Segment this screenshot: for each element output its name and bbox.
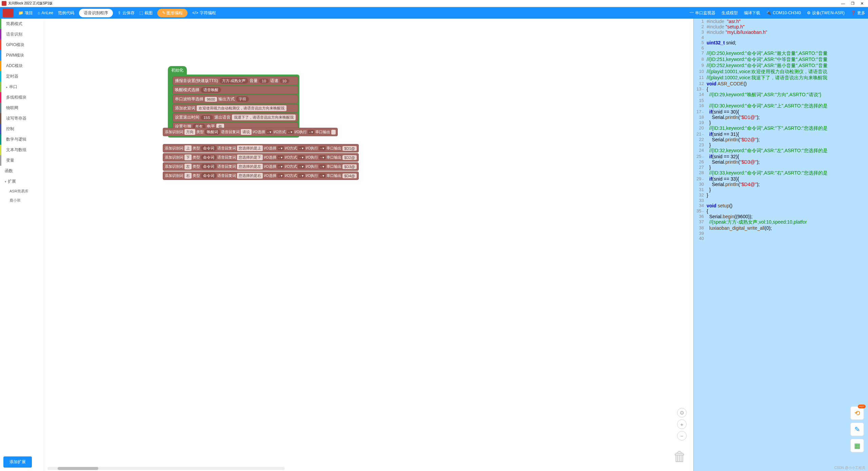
code-line-24[interactable]: 24 //{ID:32,keyword:"命令词",ASR:"左",ASRTO:… bbox=[694, 148, 868, 154]
code-line-32[interactable]: 32} bbox=[694, 192, 868, 198]
code-line-14[interactable]: 14 //{ID:29,keyword:"唤醒词",ASR:"方向",ASRTO… bbox=[694, 92, 868, 98]
sidebar-item-4[interactable]: ADC模块 bbox=[0, 61, 44, 71]
code-line-33[interactable]: 33 bbox=[694, 198, 868, 203]
init-hat[interactable]: 初始化 bbox=[168, 66, 187, 75]
project-menu[interactable]: 📁 项目 bbox=[18, 10, 33, 16]
sidebar-item-1[interactable]: 语音识别 bbox=[0, 29, 44, 40]
sidebar-item-14[interactable]: 函数 bbox=[0, 166, 44, 176]
voice-dropdown[interactable]: 方方-成熟女声 bbox=[219, 78, 249, 84]
trash-icon[interactable]: 🗑 bbox=[673, 449, 687, 464]
code-line-4[interactable]: 4 bbox=[694, 35, 868, 40]
sidebar-sub-1[interactable]: 鹿小班 bbox=[0, 196, 44, 205]
exit-time-dropdown[interactable]: 15S bbox=[201, 115, 213, 120]
code-line-8[interactable]: 8//{ID:251,keyword:"命令词",ASR:"中等音量",ASRT… bbox=[694, 57, 868, 63]
code-line-23[interactable]: 23 } bbox=[694, 142, 868, 148]
code-line-5[interactable]: 5uint32_t snid; bbox=[694, 40, 868, 45]
program-tab[interactable]: 语音识别程序 bbox=[79, 9, 113, 17]
recognition-row-0[interactable]: 添加识别词上类型命令词语音回复词您选择的是上I/O选择- ▾I/O方式- ▾I/… bbox=[163, 144, 359, 152]
block-canvas[interactable]: 初始化 播报音设置(快速版TTS) 方方-成熟女声 音量10 语速10 唤醒模式… bbox=[44, 19, 693, 471]
code-line-6[interactable]: 6 bbox=[694, 45, 868, 50]
baud-block[interactable]: 串口波特率选择 9600 输出方式 字符 bbox=[173, 95, 298, 103]
code-line-27[interactable]: 27 } bbox=[694, 165, 868, 170]
screenshot-button[interactable]: ⬚ 截图 bbox=[139, 10, 153, 16]
sidebar-item-12[interactable]: 文本与数组 bbox=[0, 145, 44, 155]
code-line-19[interactable]: 19 } bbox=[694, 120, 868, 125]
recognition-wake-block[interactable]: 添加识别词方向 类型唤醒词 语音回复词请说 I/O选择- ▾ I/O方式- ▾ … bbox=[163, 127, 338, 137]
sidebar-item-3[interactable]: PWM模块 bbox=[0, 50, 44, 61]
sidebar-item-2[interactable]: GPIO模块 bbox=[0, 40, 44, 50]
generate-model-button[interactable]: 生成模型 bbox=[722, 10, 738, 16]
speed-field[interactable]: 10 bbox=[280, 79, 289, 83]
recognition-row-2[interactable]: 添加识别词左类型命令词语音回复词您选择的是左I/O选择- ▾I/O方式- ▾I/… bbox=[163, 162, 359, 171]
code-line-35[interactable]: 35{ bbox=[694, 208, 868, 214]
char-programming-tab[interactable]: </> 字符编程 bbox=[192, 10, 216, 16]
user-menu[interactable]: ⌂ AnLee bbox=[38, 11, 53, 15]
code-line-1[interactable]: 1#include "asr.h" bbox=[694, 19, 868, 24]
compile-download-button[interactable]: 编译下载 bbox=[744, 10, 760, 16]
code-line-37[interactable]: 37 //{speak:方方-成熟女声,vol:10,speed:10,plat… bbox=[694, 219, 868, 225]
code-line-29[interactable]: 29 if(snid == 33){ bbox=[694, 176, 868, 182]
cloud-save-button[interactable]: ⇪ 云保存 bbox=[118, 10, 135, 16]
code-line-34[interactable]: 34void setup() bbox=[694, 203, 868, 208]
code-line-12[interactable]: 12void ASR_CODE() bbox=[694, 81, 868, 86]
code-line-36[interactable]: 36 Serial.begin((9600)); bbox=[694, 214, 868, 219]
code-line-31[interactable]: 31 } bbox=[694, 187, 868, 192]
exit-voice-field[interactable]: 我退下了，请语音说出方向来唤醒我 bbox=[232, 115, 296, 120]
code-line-21[interactable]: 21 if(snid == 31){ bbox=[694, 131, 868, 137]
sidebar-item-6[interactable]: 串口 bbox=[0, 82, 44, 92]
sidebar-item-8[interactable]: 物联网 bbox=[0, 103, 44, 113]
more-menu[interactable]: ❓ 更多 bbox=[851, 10, 865, 16]
edit-button[interactable]: ✎ bbox=[850, 423, 864, 436]
add-extension-button[interactable]: 添加扩展 bbox=[3, 456, 32, 468]
code-line-28[interactable]: 28 //{ID:33,keyword:"命令词",ASR:"右",ASRTO:… bbox=[694, 170, 868, 176]
code-line-2[interactable]: 2#include "setup.h" bbox=[694, 24, 868, 29]
sidebar-sub-0[interactable]: ASR简易库 bbox=[0, 187, 44, 196]
maximize-button[interactable]: ❐ bbox=[851, 1, 854, 6]
code-line-38[interactable]: 38 luxiaoban_digital_write_all(0); bbox=[694, 225, 868, 231]
welcome-block[interactable]: 添加欢迎词 欢迎使用视力自动检测仪，请语音说出方向来唤醒我 bbox=[173, 104, 298, 112]
wake-mode-block[interactable]: 唤醒模式选择 语音唤醒 bbox=[173, 86, 298, 94]
sidebar-item-5[interactable]: 定时器 bbox=[0, 71, 44, 82]
code-line-11[interactable]: 11//{playid:10002,voice:我退下了，请语音说出方向来唤醒我 bbox=[694, 75, 868, 81]
wake-mode-dropdown[interactable]: 语音唤醒 bbox=[201, 87, 221, 93]
serial-monitor-button[interactable]: 〰 串口监视器 bbox=[690, 10, 715, 16]
code-line-39[interactable]: 39 bbox=[694, 231, 868, 236]
welcome-text-field[interactable]: 欢迎使用视力自动检测仪，请语音说出方向来唤醒我 bbox=[197, 105, 287, 111]
code-line-26[interactable]: 26 Serial.println("$D3@"); bbox=[694, 159, 868, 165]
code-line-15[interactable]: 15 bbox=[694, 98, 868, 103]
recognition-row-1[interactable]: 添加识别词下类型命令词语音回复词您选择的是下I/O选择- ▾I/O方式- ▾I/… bbox=[163, 153, 359, 162]
sample-code-button[interactable]: 范例代码 bbox=[58, 10, 74, 16]
tts-setting-block[interactable]: 播报音设置(快速版TTS) 方方-成熟女声 音量10 语速10 bbox=[173, 77, 298, 85]
sidebar-item-7[interactable]: 多线程模块 bbox=[0, 92, 44, 103]
code-line-18[interactable]: 18 Serial.println("$D1@"); bbox=[694, 115, 868, 120]
sidebar-item-15[interactable]: 扩展 bbox=[0, 176, 44, 187]
code-line-7[interactable]: 7//{ID:250,keyword:"命令词",ASR:"最大音量",ASRT… bbox=[694, 50, 868, 57]
code-line-17[interactable]: 17 if(snid == 30){ bbox=[694, 109, 868, 115]
code-line-20[interactable]: 20 //{ID:31,keyword:"命令词",ASR:"下",ASRTO:… bbox=[694, 125, 868, 131]
sidebar-item-0[interactable]: 简易模式 bbox=[0, 19, 44, 29]
zoom-in-button[interactable]: + bbox=[677, 419, 687, 429]
code-line-16[interactable]: 16 //{ID:30,keyword:"命令词",ASR:"上",ASRTO:… bbox=[694, 103, 868, 109]
code-line-3[interactable]: 3#include "myLib/luxiaoban.h" bbox=[694, 29, 868, 35]
port-selector[interactable]: 🔌 COM10-CH340 bbox=[766, 11, 801, 15]
code-line-30[interactable]: 30 Serial.println("$D4@"); bbox=[694, 182, 868, 187]
code-line-10[interactable]: 10//{playid:10001,voice:欢迎使用视力自动检测仪，请语音说 bbox=[694, 69, 868, 75]
sidebar-item-10[interactable]: 控制 bbox=[0, 124, 44, 134]
graphic-programming-tab[interactable]: ✎ 图形编程 bbox=[157, 9, 188, 17]
code-line-13[interactable]: 13{ bbox=[694, 86, 868, 92]
canvas-scrollbar[interactable] bbox=[47, 467, 285, 470]
baud-field[interactable]: 9600 bbox=[205, 97, 217, 102]
close-button[interactable]: ✕ bbox=[861, 1, 864, 6]
qrcode-button[interactable]: ▦ bbox=[850, 439, 864, 452]
sidebar-item-9[interactable]: 读写寄存器 bbox=[0, 113, 44, 124]
output-mode-dropdown[interactable]: 字符 bbox=[236, 96, 249, 102]
minimize-button[interactable]: — bbox=[841, 1, 845, 6]
volume-field[interactable]: 10 bbox=[259, 79, 269, 83]
recognition-row-3[interactable]: 添加识别词右类型命令词语音回复词您选择的是右I/O选择- ▾I/O方式- ▾I/… bbox=[163, 171, 359, 180]
share-button[interactable]: ⟲ bbox=[850, 406, 864, 420]
sidebar-item-11[interactable]: 数学与逻辑 bbox=[0, 134, 44, 145]
zoom-out-button[interactable]: − bbox=[677, 431, 687, 441]
code-line-22[interactable]: 22 Serial.println("$D2@"); bbox=[694, 137, 868, 142]
code-line-40[interactable]: 40 bbox=[694, 236, 868, 241]
recognition-command-blocks[interactable]: 添加识别词上类型命令词语音回复词您选择的是上I/O选择- ▾I/O方式- ▾I/… bbox=[163, 143, 359, 181]
